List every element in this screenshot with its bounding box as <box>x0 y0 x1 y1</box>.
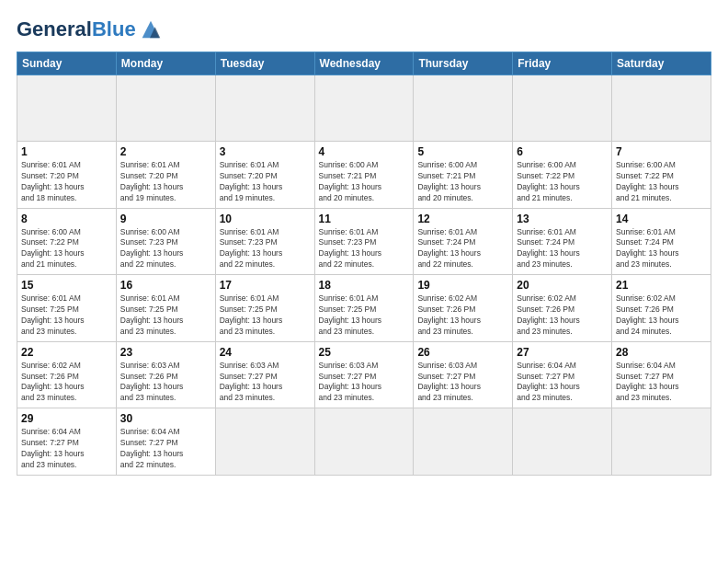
day-info: Sunrise: 6:04 AM Sunset: 7:27 PM Dayligh… <box>616 361 679 403</box>
day-info: Sunrise: 6:04 AM Sunset: 7:27 PM Dayligh… <box>120 427 184 469</box>
day-number: 22 <box>21 346 112 359</box>
calendar-cell-13: 7Sunrise: 6:00 AM Sunset: 7:22 PM Daylig… <box>612 142 711 209</box>
day-number: 27 <box>517 346 608 359</box>
day-info: Sunrise: 6:00 AM Sunset: 7:22 PM Dayligh… <box>21 227 85 270</box>
calendar-cell-10: 4Sunrise: 6:00 AM Sunset: 7:21 PM Daylig… <box>314 142 414 209</box>
weekday-header-tuesday: Tuesday <box>215 52 314 75</box>
day-number: 14 <box>616 213 707 225</box>
calendar-cell-5 <box>513 75 612 142</box>
day-number: 8 <box>21 213 112 225</box>
day-number: 16 <box>120 279 211 292</box>
weekday-header-friday: Friday <box>513 52 612 75</box>
calendar-cell-24: 18Sunrise: 6:01 AM Sunset: 7:25 PM Dayli… <box>314 275 414 342</box>
day-info: Sunrise: 6:02 AM Sunset: 7:26 PM Dayligh… <box>21 361 85 403</box>
weekday-header-wednesday: Wednesday <box>314 52 414 75</box>
day-number: 23 <box>120 346 211 359</box>
day-number: 7 <box>616 145 707 158</box>
day-info: Sunrise: 6:00 AM Sunset: 7:22 PM Dayligh… <box>616 160 679 202</box>
day-info: Sunrise: 6:00 AM Sunset: 7:21 PM Dayligh… <box>319 160 382 202</box>
weekday-header-monday: Monday <box>116 52 215 75</box>
day-info: Sunrise: 6:02 AM Sunset: 7:26 PM Dayligh… <box>616 293 679 336</box>
calendar-cell-25: 19Sunrise: 6:02 AM Sunset: 7:26 PM Dayli… <box>414 275 513 342</box>
calendar-cell-8: 2Sunrise: 6:01 AM Sunset: 7:20 PM Daylig… <box>116 142 215 209</box>
day-number: 28 <box>616 346 707 359</box>
day-number: 30 <box>120 412 211 425</box>
day-info: Sunrise: 6:01 AM Sunset: 7:25 PM Dayligh… <box>120 293 184 336</box>
calendar-cell-32: 26Sunrise: 6:03 AM Sunset: 7:27 PM Dayli… <box>414 341 513 408</box>
day-number: 1 <box>21 145 112 158</box>
calendar-cell-23: 17Sunrise: 6:01 AM Sunset: 7:25 PM Dayli… <box>215 275 314 342</box>
day-info: Sunrise: 6:00 AM Sunset: 7:21 PM Dayligh… <box>417 160 481 202</box>
calendar-cell-12: 6Sunrise: 6:00 AM Sunset: 7:22 PM Daylig… <box>513 142 612 209</box>
calendar-cell-19: 13Sunrise: 6:01 AM Sunset: 7:24 PM Dayli… <box>513 208 612 275</box>
day-number: 10 <box>220 213 311 225</box>
calendar-cell-0 <box>17 75 117 142</box>
day-info: Sunrise: 6:01 AM Sunset: 7:25 PM Dayligh… <box>220 293 283 336</box>
calendar-cell-16: 10Sunrise: 6:01 AM Sunset: 7:23 PM Dayli… <box>215 208 314 275</box>
day-number: 26 <box>417 346 508 359</box>
calendar-cell-31: 25Sunrise: 6:03 AM Sunset: 7:27 PM Dayli… <box>314 341 414 408</box>
day-info: Sunrise: 6:03 AM Sunset: 7:27 PM Dayligh… <box>417 361 481 403</box>
calendar-cell-4 <box>414 75 513 142</box>
day-number: 20 <box>517 279 608 292</box>
day-info: Sunrise: 6:01 AM Sunset: 7:24 PM Dayligh… <box>616 227 679 270</box>
day-info: Sunrise: 6:03 AM Sunset: 7:27 PM Dayligh… <box>319 361 382 403</box>
calendar-cell-37 <box>215 408 314 476</box>
day-info: Sunrise: 6:02 AM Sunset: 7:26 PM Dayligh… <box>517 293 580 336</box>
day-info: Sunrise: 6:00 AM Sunset: 7:22 PM Dayligh… <box>517 160 580 202</box>
calendar-cell-33: 27Sunrise: 6:04 AM Sunset: 7:27 PM Dayli… <box>513 341 612 408</box>
calendar-cell-1 <box>116 75 215 142</box>
day-number: 5 <box>417 145 508 158</box>
day-info: Sunrise: 6:01 AM Sunset: 7:25 PM Dayligh… <box>21 293 85 336</box>
weekday-header-saturday: Saturday <box>612 52 711 75</box>
calendar-cell-40 <box>513 408 612 476</box>
day-info: Sunrise: 6:01 AM Sunset: 7:24 PM Dayligh… <box>417 227 481 270</box>
day-info: Sunrise: 6:01 AM Sunset: 7:23 PM Dayligh… <box>319 227 382 270</box>
calendar-cell-28: 22Sunrise: 6:02 AM Sunset: 7:26 PM Dayli… <box>17 341 117 408</box>
calendar-cell-34: 28Sunrise: 6:04 AM Sunset: 7:27 PM Dayli… <box>612 341 711 408</box>
day-number: 21 <box>616 279 707 292</box>
calendar-cell-39 <box>414 408 513 476</box>
weekday-header-thursday: Thursday <box>414 52 513 75</box>
day-info: Sunrise: 6:02 AM Sunset: 7:26 PM Dayligh… <box>417 293 481 336</box>
day-info: Sunrise: 6:03 AM Sunset: 7:27 PM Dayligh… <box>220 361 283 403</box>
logo-icon <box>138 17 164 42</box>
day-info: Sunrise: 6:01 AM Sunset: 7:20 PM Dayligh… <box>120 160 184 202</box>
day-info: Sunrise: 6:01 AM Sunset: 7:24 PM Dayligh… <box>517 227 580 270</box>
day-info: Sunrise: 6:04 AM Sunset: 7:27 PM Dayligh… <box>517 361 580 403</box>
day-number: 18 <box>319 279 410 292</box>
calendar-cell-38 <box>314 408 414 476</box>
calendar-cell-30: 24Sunrise: 6:03 AM Sunset: 7:27 PM Dayli… <box>215 341 314 408</box>
day-number: 25 <box>319 346 410 359</box>
calendar-cell-27: 21Sunrise: 6:02 AM Sunset: 7:26 PM Dayli… <box>612 275 711 342</box>
calendar-cell-3 <box>314 75 414 142</box>
day-number: 6 <box>517 145 608 158</box>
day-number: 13 <box>517 213 608 225</box>
calendar-cell-35: 29Sunrise: 6:04 AM Sunset: 7:27 PM Dayli… <box>17 408 117 476</box>
calendar-table: SundayMondayTuesdayWednesdayThursdayFrid… <box>17 52 711 476</box>
page: GeneralBlue SundayMondayTuesdayWednesday… <box>0 0 728 563</box>
calendar-cell-14: 8Sunrise: 6:00 AM Sunset: 7:22 PM Daylig… <box>17 208 117 275</box>
day-number: 4 <box>319 145 410 158</box>
day-info: Sunrise: 6:01 AM Sunset: 7:23 PM Dayligh… <box>220 227 283 270</box>
calendar-cell-11: 5Sunrise: 6:00 AM Sunset: 7:21 PM Daylig… <box>414 142 513 209</box>
day-number: 29 <box>21 412 112 425</box>
calendar-cell-20: 14Sunrise: 6:01 AM Sunset: 7:24 PM Dayli… <box>612 208 711 275</box>
logo: GeneralBlue <box>17 17 164 42</box>
calendar-cell-6 <box>612 75 711 142</box>
day-number: 12 <box>417 213 508 225</box>
day-info: Sunrise: 6:00 AM Sunset: 7:23 PM Dayligh… <box>120 227 184 270</box>
day-number: 19 <box>417 279 508 292</box>
day-info: Sunrise: 6:01 AM Sunset: 7:20 PM Dayligh… <box>220 160 283 202</box>
weekday-header-sunday: Sunday <box>17 52 117 75</box>
day-number: 3 <box>220 145 311 158</box>
day-info: Sunrise: 6:01 AM Sunset: 7:25 PM Dayligh… <box>319 293 382 336</box>
calendar-cell-36: 30Sunrise: 6:04 AM Sunset: 7:27 PM Dayli… <box>116 408 215 476</box>
calendar-cell-26: 20Sunrise: 6:02 AM Sunset: 7:26 PM Dayli… <box>513 275 612 342</box>
day-number: 11 <box>319 213 410 225</box>
day-info: Sunrise: 6:04 AM Sunset: 7:27 PM Dayligh… <box>21 427 85 469</box>
day-number: 9 <box>120 213 211 225</box>
day-number: 2 <box>120 145 211 158</box>
calendar-cell-9: 3Sunrise: 6:01 AM Sunset: 7:20 PM Daylig… <box>215 142 314 209</box>
day-number: 17 <box>220 279 311 292</box>
